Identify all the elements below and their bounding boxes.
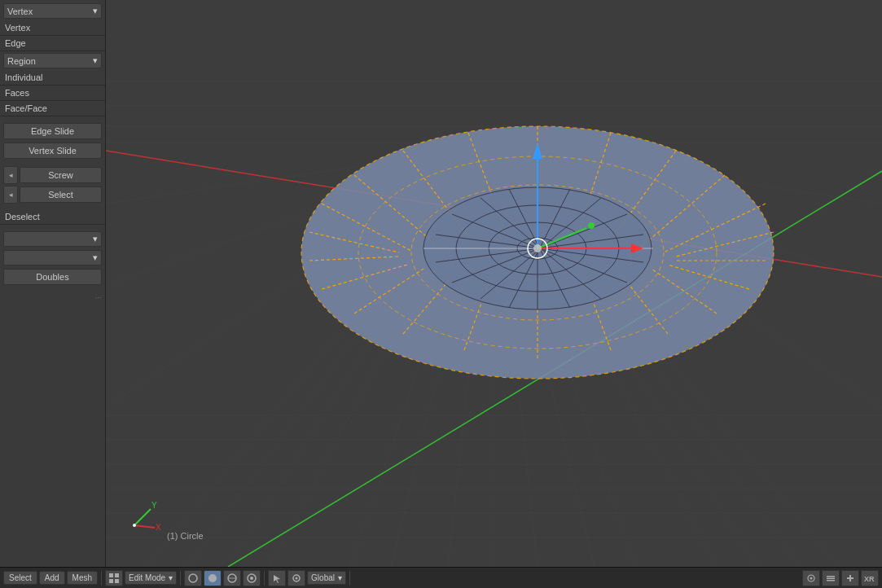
vertex-item[interactable]: Vertex [0,20,105,36]
svg-rect-89 [115,573,119,577]
snap-btn[interactable] [287,570,305,586]
object-name: (1) Circle [167,531,204,541]
svg-rect-88 [109,573,113,577]
svg-line-85 [134,525,155,528]
face-face-item[interactable]: Face/Face [0,101,105,116]
wireframe-btn[interactable] [184,570,202,586]
select-bottom-btn[interactable]: Select [3,571,37,585]
screw-icon-btn[interactable]: ◂ [3,166,18,184]
individual-item[interactable]: Individual [0,70,105,86]
global-dropdown[interactable]: Global ▾ [307,571,346,585]
svg-point-87 [133,524,136,527]
vertex-slide-btn[interactable]: Vertex Slide [3,143,102,159]
svg-text:X: X [156,523,161,532]
edge-item[interactable]: Edge [0,36,105,51]
svg-point-82 [533,244,542,252]
add-bottom-btn[interactable]: Add [39,571,65,585]
svg-rect-105 [827,580,835,581]
svg-text:XR: XR [864,575,875,583]
select-btn[interactable]: Select [20,186,102,203]
svg-point-92 [189,574,197,582]
svg-point-93 [208,574,217,582]
svg-point-97 [250,577,253,580]
separator3 [264,571,265,586]
edit-mode-arrow: ▾ [169,573,173,582]
svg-line-83 [134,509,151,525]
separator2 [180,571,181,586]
axis-indicator: Y X [122,497,163,538]
svg-text:Y: Y [151,501,157,510]
spacer2 [0,160,105,165]
scroll-indicator: ··· [0,292,105,304]
cursor-btn[interactable] [268,570,286,586]
proportional-btn[interactable] [802,570,820,586]
select-dropdown1-arrow: ▾ [93,234,98,244]
svg-point-102 [810,577,813,579]
select-dropdown1[interactable]: ▾ [3,231,102,247]
screw-select-row: ◂ Screw [3,166,102,184]
bottom-toolbar: Select Add Mesh Edit Mode ▾ [0,567,882,588]
sidebar: Vertex ▾ Vertex Edge Region ▾ Individual… [0,0,106,567]
screw-btn[interactable]: Screw [20,167,102,183]
viewport-svg [106,0,882,567]
select-dropdown2-arrow: ▾ [93,252,98,263]
vertex-dropdown-arrow: ▾ [93,6,98,16]
doubles-btn[interactable]: Doubles [3,269,102,285]
edit-mode-label: Edit Mode [129,573,165,582]
region-label: Region [7,56,36,66]
spacer1 [0,116,105,121]
region-arrow: ▾ [93,55,98,66]
svg-marker-98 [274,575,280,583]
select-dropdown2[interactable]: ▾ [3,250,102,265]
global-label: Global [311,573,335,582]
edit-mode-dropdown[interactable]: Edit Mode ▾ [125,571,177,585]
spacer4 [0,225,105,230]
svg-rect-91 [115,579,119,583]
select-icon-btn[interactable]: ◂ [3,186,18,204]
separator1 [101,571,102,586]
xray-btn[interactable]: XR [861,570,879,586]
svg-rect-103 [827,576,835,577]
svg-rect-90 [109,579,113,583]
svg-point-100 [296,577,298,579]
mesh-bottom-btn[interactable]: Mesh [67,571,98,585]
material-btn[interactable] [243,570,261,586]
mode-icon[interactable] [105,570,123,586]
texture-btn[interactable] [223,570,241,586]
faces-item[interactable]: Faces [0,86,105,101]
svg-point-80 [588,222,595,229]
svg-rect-104 [827,577,835,579]
onion-btn[interactable] [822,570,840,586]
vertex-dropdown-label: Vertex [7,7,33,16]
vertex-dropdown[interactable]: Vertex ▾ [3,3,102,19]
region-dropdown[interactable]: Region ▾ [3,53,102,68]
normals-btn[interactable] [841,570,859,586]
deselect-item[interactable]: Deselect [0,209,105,225]
main-area: Vertex ▾ Vertex Edge Region ▾ Individual… [0,0,882,567]
viewport[interactable]: Y X (1) Circle [106,0,882,567]
solid-btn[interactable] [204,570,222,586]
select-row: ◂ Select [3,186,102,204]
separator4 [349,571,350,586]
global-arrow: ▾ [338,573,342,582]
edge-slide-btn[interactable]: Edge Slide [3,123,102,139]
